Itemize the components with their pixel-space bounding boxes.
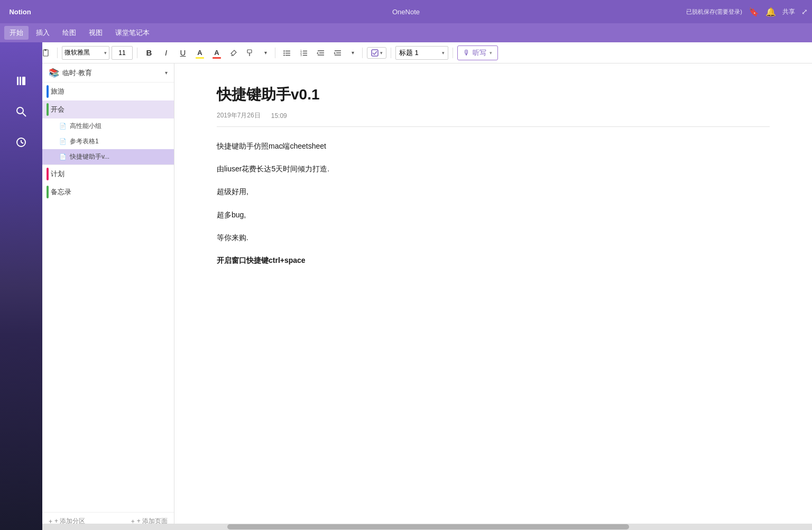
document-title: 快捷键助手v0.1 [217, 85, 770, 105]
sidebar-icon-library[interactable] [8, 68, 34, 94]
bell-icon[interactable]: 🔔 [765, 7, 776, 17]
svg-line-31 [21, 142, 23, 143]
menu-item-start[interactable]: 开始 [4, 26, 29, 40]
listen-button[interactable]: 🎙 听写 ▾ [457, 45, 498, 60]
numbered-list-icon: 1. 2. 3. [300, 49, 308, 57]
color-bar-meeting [47, 103, 49, 116]
svg-rect-1 [44, 49, 47, 51]
svg-point-5 [283, 50, 284, 51]
search-icon [15, 106, 27, 117]
highlight-icon: A [197, 49, 202, 57]
font-family-selector[interactable]: 微软雅黑 ▾ [62, 46, 109, 60]
svg-rect-25 [20, 77, 21, 85]
indent-decrease-icon [317, 49, 325, 57]
save-status: 已脱机保存(需要登录) [686, 8, 742, 16]
library-icon [15, 75, 27, 87]
scrollbar-thumb[interactable] [227, 524, 629, 529]
paintbrush-icon [247, 49, 254, 57]
underline-button[interactable]: U [176, 45, 190, 60]
separator-2 [137, 48, 137, 58]
window-title: OneNote [392, 8, 420, 16]
notebook-chevron-icon: ▾ [165, 70, 168, 76]
paragraph-2: 由liuser花费长达5天时间倾力打造. [217, 162, 770, 176]
notebook-header[interactable]: 📚 临时·教育 ▾ [42, 63, 174, 83]
indent-decrease-button[interactable] [313, 45, 328, 60]
menu-item-notebook[interactable]: 课堂笔记本 [110, 26, 155, 40]
checkbox-area[interactable]: ▾ [367, 47, 386, 59]
heading-chevron-icon: ▾ [442, 50, 445, 56]
content-area: 快捷键助手v0.1 2019年7月26日 15:09 快捷键助手仿照mac端ch… [174, 63, 812, 530]
chevron-down-icon: ▾ [104, 50, 107, 56]
list-dropdown[interactable]: ▾ [347, 46, 358, 60]
format-dropdown[interactable]: ▾ [260, 46, 271, 60]
paragraph-3: 超级好用, [217, 185, 770, 198]
title-bar: Notion OneNote 已脱机保存(需要登录) 🔖 🔔 共享 ⤢ [0, 0, 812, 23]
svg-rect-24 [17, 77, 19, 85]
page-item-shortcut[interactable]: 📄 快捷键助手v... [42, 149, 174, 165]
icon-bar-items [0, 68, 42, 156]
icon-bar [0, 63, 42, 530]
toolbar: ↶ ↷ 微软雅黑 ▾ 11 B I U A A ▾ [0, 42, 812, 63]
numbered-list-button[interactable]: 1. 2. 3. [297, 45, 311, 60]
indent-increase-button[interactable] [330, 45, 345, 60]
bullet-list-icon [283, 49, 291, 57]
heading-selector[interactable]: 标题 1 ▾ [395, 46, 448, 60]
app-logo: Notion [4, 7, 36, 17]
menu-item-draw[interactable]: 绘图 [57, 26, 81, 40]
menu-item-insert[interactable]: 插入 [31, 26, 55, 40]
notebook-title: 临时·教育 [62, 68, 92, 78]
format-painter-button[interactable] [243, 45, 258, 60]
document-date: 2019年7月26日 [217, 111, 261, 120]
paragraph-4: 超多bug, [217, 208, 770, 222]
font-color-icon: A [214, 49, 219, 57]
clipboard-icon [41, 49, 50, 57]
sidebar-icon-search[interactable] [8, 98, 34, 125]
svg-rect-3 [247, 50, 252, 53]
clear-format-button[interactable] [226, 45, 241, 60]
paragraph-5: 等你来购. [217, 231, 770, 244]
sidebar: 📚 临时·教育 ▾ 旅游 开会 📄 高性能小组 [42, 63, 174, 530]
menu-item-view[interactable]: 视图 [84, 26, 108, 40]
section-item-travel[interactable]: 旅游 [42, 83, 174, 100]
menu-bar: 开始 插入 绘图 视图 课堂笔记本 [0, 23, 812, 42]
section-item-plan[interactable]: 计划 [42, 165, 174, 183]
clipboard-button[interactable] [38, 45, 53, 60]
checkbox-dropdown[interactable]: ▾ [380, 50, 383, 56]
undo-button[interactable]: ↶ [4, 45, 19, 60]
italic-button[interactable]: I [159, 45, 173, 60]
highlight-bar [196, 57, 204, 59]
sidebar-icon-recent[interactable] [8, 129, 34, 156]
paragraph-6: 开启窗口快捷键ctrl+space [217, 254, 770, 267]
clock-icon [15, 136, 27, 148]
font-size-selector[interactable]: 11 [112, 46, 133, 60]
expand-icon[interactable]: ⤢ [801, 7, 808, 16]
separator-1 [57, 48, 58, 58]
svg-text:3.: 3. [300, 53, 302, 57]
redo-button[interactable]: ↷ [21, 45, 36, 60]
checkbox-icon [371, 49, 379, 57]
svg-rect-23 [372, 50, 378, 56]
bullet-list-button[interactable] [280, 45, 294, 60]
share-button[interactable]: 共享 [782, 7, 795, 16]
page-icon: 📄 [59, 138, 67, 145]
section-list: 旅游 开会 📄 高性能小组 📄 参考表格1 📄 快捷键助手v.. [42, 83, 174, 512]
bold-button[interactable]: B [142, 45, 156, 60]
title-bar-right: 已脱机保存(需要登录) 🔖 🔔 共享 ⤢ [686, 7, 808, 17]
document-meta: 2019年7月26日 15:09 [217, 111, 770, 127]
page-icon: 📄 [59, 153, 67, 160]
highlight-button[interactable]: A [192, 45, 207, 60]
page-icon: 📄 [59, 123, 67, 130]
page-item-table[interactable]: 📄 参考表格1 [42, 134, 174, 149]
listen-dropdown-icon: ▾ [490, 50, 492, 56]
font-color-button[interactable]: A [209, 45, 224, 60]
horizontal-scrollbar[interactable] [42, 524, 812, 530]
separator-6 [453, 48, 453, 58]
document-time: 15:09 [271, 112, 287, 120]
section-item-meeting[interactable]: 开会 [42, 100, 174, 118]
page-item-efficiency[interactable]: 📄 高性能小组 [42, 118, 174, 134]
microphone-icon: 🎙 [463, 49, 470, 57]
bookmark-icon[interactable]: 🔖 [749, 7, 759, 17]
main-layout: 📚 临时·教育 ▾ 旅游 开会 📄 高性能小组 [0, 63, 812, 530]
section-item-notes[interactable]: 备忘录 [42, 183, 174, 201]
document-body: 快捷键助手仿照mac端cheetsheet 由liuser花费长达5天时间倾力打… [217, 140, 770, 267]
